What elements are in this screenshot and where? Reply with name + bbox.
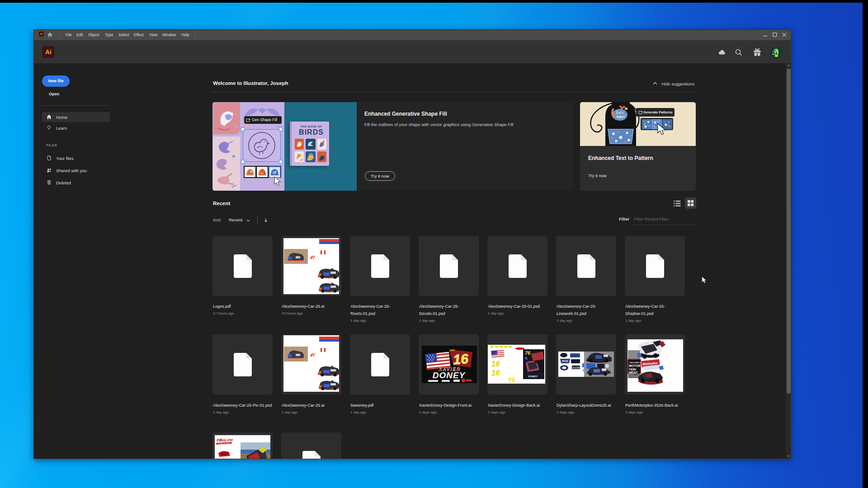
- svg-text:DONEY: DONEY: [433, 371, 466, 380]
- svg-text:DONEY: DONEY: [528, 375, 538, 378]
- svg-text:PRoLine: PRoLine: [217, 437, 233, 443]
- svg-text:16: 16: [453, 351, 469, 367]
- svg-text:76: 76: [507, 375, 516, 384]
- svg-text:TAIN: TAIN: [629, 368, 636, 371]
- svg-text:THE HOME OF: THE HOME OF: [629, 361, 642, 364]
- svg-text:CHASSIS WORKS: CHASSIS WORKS: [217, 442, 231, 445]
- svg-text:16: 16: [491, 369, 500, 377]
- svg-text:RACE: RACE: [562, 360, 569, 362]
- svg-text:MOTOR: MOTOR: [629, 364, 641, 367]
- svg-text:76: 76: [525, 350, 531, 356]
- svg-text:MENT: MENT: [629, 371, 638, 374]
- svg-text:USA: USA: [450, 348, 455, 352]
- svg-text:Let's: Let's: [616, 111, 623, 115]
- svg-text:16: 16: [491, 360, 500, 368]
- svg-text:SHARP: SHARP: [572, 366, 580, 369]
- svg-text:bake!: bake!: [617, 115, 625, 119]
